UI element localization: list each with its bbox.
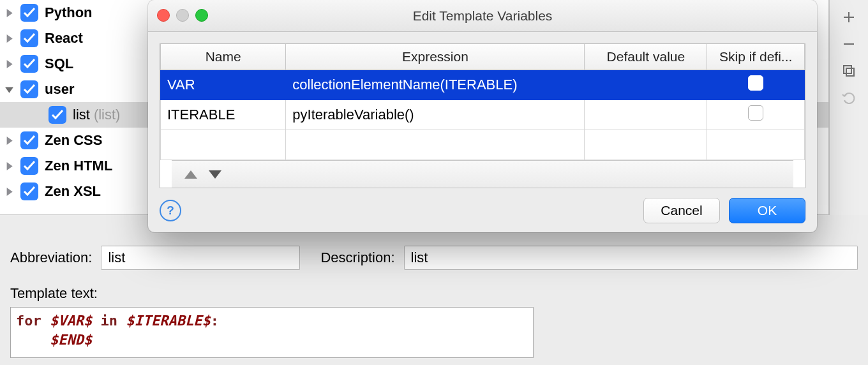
move-down-icon[interactable]	[209, 170, 221, 179]
tree-label: user	[45, 81, 74, 98]
skip-checkbox[interactable]	[748, 75, 763, 91]
table-row[interactable]: ITERABLE pyIterableVariable()	[161, 100, 805, 130]
checkbox-react[interactable]	[20, 29, 38, 47]
col-expression[interactable]: Expression	[286, 44, 585, 70]
table-row[interactable]: VAR collectionElementName(ITERABLE)	[161, 70, 805, 100]
cell-skip[interactable]	[707, 70, 805, 100]
edit-template-variables-dialog: Edit Template Variables Name Expression …	[148, 0, 817, 232]
help-icon[interactable]: ?	[160, 200, 181, 221]
tree-label-suffix: (list)	[94, 107, 121, 123]
svg-rect-0	[844, 66, 851, 73]
dialog-title: Edit Template Variables	[148, 8, 817, 24]
template-form: Abbreviation: Description: Template text…	[0, 215, 868, 365]
description-input[interactable]	[404, 246, 858, 270]
checkbox-zen-html[interactable]	[20, 157, 38, 175]
chevron-down-icon[interactable]	[0, 86, 18, 94]
cell-name[interactable]: ITERABLE	[161, 100, 286, 130]
table-nav-bar	[172, 160, 793, 188]
description-label: Description:	[320, 250, 394, 266]
cell-default[interactable]	[585, 70, 707, 100]
ok-button[interactable]: OK	[729, 198, 805, 223]
close-icon[interactable]	[157, 9, 170, 22]
chevron-right-icon[interactable]	[0, 188, 18, 196]
cell-expression[interactable]: pyIterableVariable()	[286, 100, 585, 130]
template-text-label: Template text:	[10, 285, 858, 302]
right-toolbar	[829, 0, 868, 218]
checkbox-user[interactable]	[20, 80, 38, 98]
minimize-icon	[176, 9, 189, 22]
abbreviation-input[interactable]	[101, 246, 300, 270]
remove-button[interactable]	[833, 31, 865, 57]
tree-label: SQL	[45, 56, 73, 72]
table-row-empty	[161, 130, 805, 160]
dialog-titlebar[interactable]: Edit Template Variables	[148, 0, 817, 32]
skip-checkbox[interactable]	[748, 105, 763, 121]
cancel-button[interactable]: Cancel	[643, 198, 720, 223]
cell-default[interactable]	[585, 100, 707, 130]
svg-rect-1	[846, 68, 854, 76]
template-text-editor[interactable]: for $VAR$ in $ITERABLE$: $END$	[10, 307, 534, 358]
tree-label: React	[45, 30, 83, 47]
tree-label: Zen CSS	[45, 132, 102, 149]
abbreviation-label: Abbreviation:	[10, 250, 92, 266]
checkbox-zen-xsl[interactable]	[20, 182, 38, 200]
chevron-right-icon[interactable]	[0, 137, 18, 145]
chevron-right-icon[interactable]	[0, 9, 18, 17]
chevron-right-icon[interactable]	[0, 60, 18, 68]
dialog-footer: ? Cancel OK	[160, 198, 805, 223]
tree-label: Zen HTML	[45, 158, 112, 174]
copy-button[interactable]	[833, 57, 865, 84]
variables-table-container: Name Expression Default value Skip if de…	[160, 43, 805, 188]
cell-expression[interactable]: collectionElementName(ITERABLE)	[286, 70, 585, 100]
undo-button[interactable]	[833, 84, 865, 111]
tree-label: Python	[45, 4, 93, 21]
cell-skip[interactable]	[707, 100, 805, 130]
chevron-right-icon[interactable]	[0, 34, 18, 43]
chevron-right-icon[interactable]	[0, 162, 18, 170]
checkbox-python[interactable]	[20, 4, 38, 22]
checkbox-list[interactable]	[49, 106, 66, 124]
tree-label: Zen XSL	[45, 183, 101, 200]
maximize-icon[interactable]	[195, 9, 208, 22]
variables-table: Name Expression Default value Skip if de…	[160, 44, 805, 160]
col-name[interactable]: Name	[161, 44, 286, 70]
col-skip[interactable]: Skip if defi...	[707, 44, 805, 70]
checkbox-zen-css[interactable]	[20, 131, 38, 149]
tree-label: list	[73, 107, 90, 123]
cell-name[interactable]: VAR	[161, 70, 286, 100]
checkbox-sql[interactable]	[20, 55, 38, 73]
add-button[interactable]	[833, 4, 865, 31]
col-default[interactable]: Default value	[585, 44, 707, 70]
move-up-icon[interactable]	[184, 170, 197, 179]
